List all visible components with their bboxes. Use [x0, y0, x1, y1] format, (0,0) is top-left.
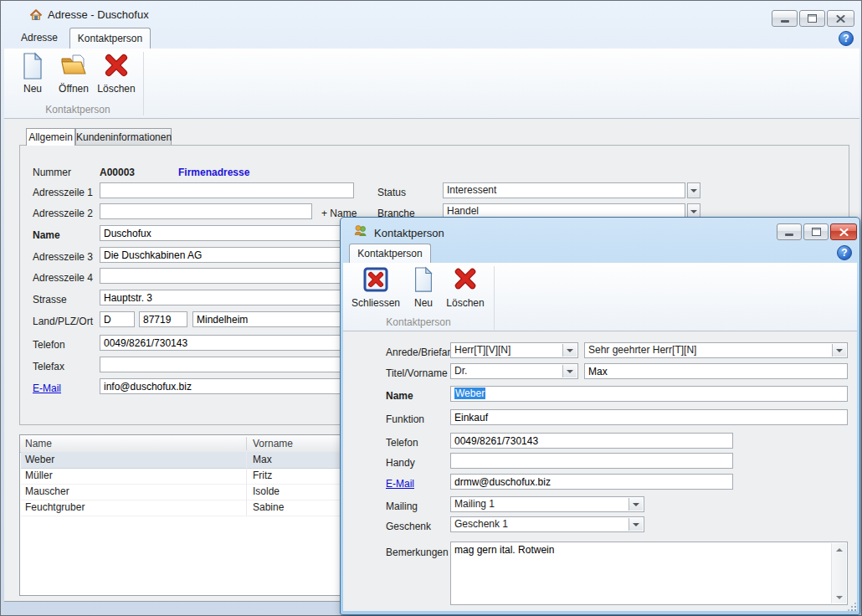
neu-button[interactable]: Neu	[13, 52, 53, 95]
adresszeile3-input[interactable]	[100, 247, 373, 263]
dialog-telefon-label: Telefon	[386, 435, 418, 451]
dialog-name-input[interactable]: Weber	[450, 386, 848, 402]
chevron-down-icon[interactable]	[629, 518, 643, 531]
anrede-value: Herr[T][V][N]	[454, 344, 511, 356]
land-input[interactable]	[100, 311, 135, 327]
dialog-loeschen-button[interactable]: Löschen	[442, 266, 489, 309]
adresszeile4-label: Adresszeile 4	[33, 270, 93, 286]
close-icon	[836, 15, 845, 23]
neu-label: Neu	[23, 83, 42, 95]
new-document-icon	[411, 266, 436, 293]
scroll-down-button[interactable]	[832, 591, 846, 603]
close-button[interactable]	[827, 10, 854, 27]
help-icon[interactable]: ?	[839, 31, 854, 46]
tab-kundeninformationen[interactable]: Kundeninformationen	[75, 128, 172, 146]
funktion-input[interactable]	[450, 409, 848, 425]
adresszeile1-input[interactable]	[100, 182, 354, 198]
status-combo[interactable]: Interessent	[443, 182, 685, 198]
oeffnen-button[interactable]: Öffnen	[53, 52, 95, 95]
dialog-ribbon-group-label: Kontaktperson	[351, 316, 485, 328]
anrede-combo[interactable]: Herr[T][V][N]	[450, 342, 578, 358]
geschenk-value: Geschenk 1	[454, 518, 508, 530]
cell-divider	[246, 500, 247, 516]
tab-kontaktperson[interactable]: Kontaktperson	[69, 28, 151, 49]
schliessen-button[interactable]: Schliessen	[348, 266, 403, 309]
chevron-down-icon[interactable]	[832, 344, 846, 357]
cell-divider	[246, 468, 247, 484]
maximize-button[interactable]	[799, 10, 825, 27]
handy-input[interactable]	[450, 453, 733, 469]
selected-text: Weber	[454, 388, 485, 399]
adresszeile3-label: Adresszeile 3	[33, 249, 93, 265]
status-label: Status	[377, 185, 406, 201]
chevron-down-icon	[690, 189, 697, 192]
bemerkungen-textarea[interactable]: mag gern ital. Rotwein	[450, 542, 848, 605]
titel-value: Dr.	[454, 365, 467, 377]
briefanrede-combo[interactable]: Sehr geehrter Herr[T][N]	[584, 342, 848, 358]
chevron-down-icon[interactable]	[562, 344, 577, 357]
email-link[interactable]: E-Mail	[33, 381, 61, 397]
chevron-down-icon[interactable]	[562, 365, 577, 377]
adresszeile1-label: Adresszeile 1	[33, 185, 93, 201]
strasse-input[interactable]	[100, 290, 373, 305]
name-input[interactable]	[100, 225, 373, 241]
dialog-neu-label: Neu	[414, 297, 433, 309]
resize-grip[interactable]	[847, 602, 857, 612]
column-name[interactable]: Name	[25, 435, 52, 452]
dialog-title: Kontaktperson	[374, 225, 444, 242]
minimize-icon	[785, 234, 793, 236]
dialog-close-button[interactable]	[830, 223, 857, 240]
email-input[interactable]	[100, 378, 373, 394]
oeffnen-label: Öffnen	[59, 83, 89, 95]
chevron-up-icon	[836, 548, 843, 552]
firmenadresse-link[interactable]: Firmenadresse	[178, 165, 249, 181]
screen: Adresse - Duschofux Adresse Kontaktperso…	[0, 0, 862, 616]
dialog-neu-button[interactable]: Neu	[405, 266, 442, 309]
telefax-input[interactable]	[100, 357, 373, 372]
dialog-email-link[interactable]: E-Mail	[386, 476, 414, 492]
cell-divider	[246, 452, 247, 468]
cell-vorname: Fritz	[253, 468, 272, 484]
dialog-email-input[interactable]	[450, 474, 733, 490]
house-icon	[29, 8, 43, 22]
dialog-help-icon[interactable]: ?	[837, 245, 852, 260]
dialog-tab-kontaktperson[interactable]: Kontaktperson	[349, 244, 431, 263]
adresszeile2-input[interactable]	[100, 203, 312, 219]
titel-combo[interactable]: Dr.	[450, 363, 578, 379]
tab-adresse[interactable]: Adresse	[11, 28, 68, 49]
loeschen-label: Löschen	[97, 83, 135, 95]
vorname-input[interactable]	[584, 363, 848, 379]
dialog-ribbon: Schliessen Neu Löschen Kontaktperson	[343, 263, 857, 331]
status-combo-arrow[interactable]	[687, 182, 700, 198]
mailing-label: Mailing	[386, 499, 418, 515]
minimize-icon	[781, 20, 789, 23]
geschenk-combo[interactable]: Geschenk 1	[450, 516, 644, 532]
dialog-minimize-button[interactable]	[777, 223, 802, 240]
plz-input[interactable]	[139, 311, 187, 327]
textarea-scrollbar[interactable]	[831, 543, 846, 603]
scroll-up-button[interactable]	[832, 543, 846, 556]
restore-icon	[812, 228, 821, 236]
telefon-input[interactable]	[100, 335, 373, 351]
ribbon-divider	[494, 266, 495, 330]
adresszeile4-input[interactable]	[100, 268, 373, 284]
dialog-content: Anrede/Briefanrede Herr[T][V][N] Sehr ge…	[343, 331, 857, 611]
mailing-combo[interactable]: Mailing 1	[450, 496, 644, 512]
column-vorname[interactable]: Vorname	[253, 435, 293, 452]
dialog-loeschen-label: Löschen	[446, 297, 484, 309]
dialog-telefon-input[interactable]	[450, 433, 733, 449]
cell-name: Mauscher	[25, 484, 69, 500]
open-folder-icon	[59, 52, 88, 80]
bemerkungen-label: Bemerkungen	[386, 545, 449, 561]
chevron-down-icon[interactable]	[629, 498, 643, 511]
dialog-maximize-button[interactable]	[803, 223, 829, 240]
mailing-value: Mailing 1	[454, 498, 495, 510]
tab-allgemein[interactable]: Allgemein	[26, 128, 75, 146]
minimize-button[interactable]	[772, 10, 798, 27]
cell-divider	[246, 484, 247, 500]
restore-icon	[808, 14, 817, 23]
cell-vorname: Sabine	[253, 500, 284, 516]
loeschen-button[interactable]: Löschen	[95, 52, 138, 95]
dialog-name-label: Name	[386, 388, 413, 404]
nummer-value: A00003	[100, 165, 135, 181]
